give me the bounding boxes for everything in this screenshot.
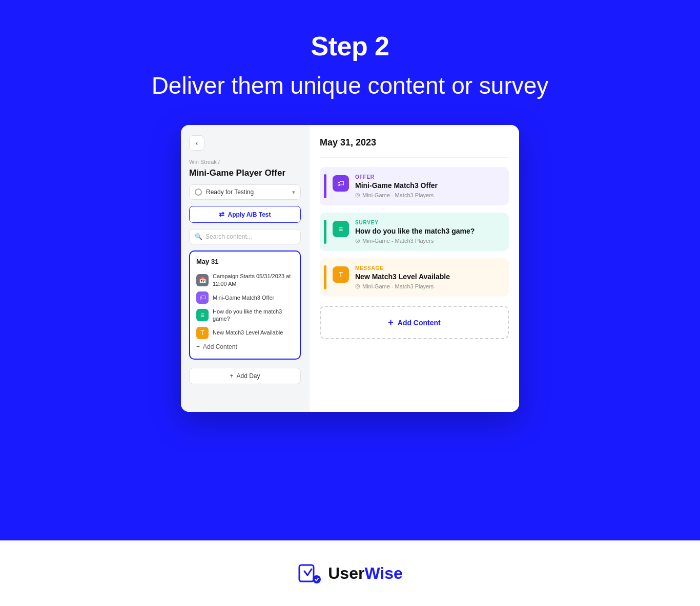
plus-icon: + xyxy=(388,317,394,328)
day-item-text: Mini-Game Match3 Offer xyxy=(213,294,274,301)
ab-icon: ⇄ xyxy=(219,211,224,218)
day-label: May 31 xyxy=(196,258,294,265)
list-item: T New Match3 Level Available xyxy=(196,325,294,341)
day-item-text: How do you like the match3 game? xyxy=(213,308,294,323)
survey-accent xyxy=(324,220,326,244)
left-panel: ‹ Win Streak / Mini-Game Player Offer Re… xyxy=(181,125,309,412)
plus-icon: + xyxy=(230,372,233,380)
list-item: 📅 Campaign Starts 05/31/2023 at 12:00 AM xyxy=(196,270,294,289)
status-dropdown[interactable]: Ready for Testing ▾ xyxy=(189,184,301,200)
offer-accent xyxy=(324,174,326,198)
plus-icon: + xyxy=(196,343,200,350)
survey-card[interactable]: ≡ SURVEY How do you like the match3 game… xyxy=(320,213,509,251)
offer-card-meta: ◎ Mini-Game - Match3 Players xyxy=(355,192,502,198)
message-type-label: MESSAGE xyxy=(355,265,502,271)
footer: UserWise xyxy=(0,540,700,606)
back-button[interactable]: ‹ xyxy=(189,135,204,151)
offer-card-title: Mini-Game Match3 Offer xyxy=(355,181,502,190)
search-placeholder: Search content... xyxy=(205,233,252,240)
survey-meta-text: Mini-Game - Match3 Players xyxy=(362,238,434,244)
divider xyxy=(320,157,509,158)
message-card-title: New Match3 Level Available xyxy=(355,273,502,281)
status-dot xyxy=(195,189,202,196)
logo-text-blue: Wise xyxy=(364,564,402,582)
calendar-icon: 📅 xyxy=(196,274,209,286)
survey-icon: ≡ xyxy=(196,309,209,321)
day-card: May 31 📅 Campaign Starts 05/31/2023 at 1… xyxy=(189,250,301,359)
message-icon: T xyxy=(196,327,209,339)
step-title: Step 2 xyxy=(311,31,389,61)
offer-meta-text: Mini-Game - Match3 Players xyxy=(362,192,434,198)
blue-background: Step 2 Deliver them unique content or su… xyxy=(0,0,700,463)
date-header: May 31, 2023 xyxy=(320,137,509,148)
survey-card-content: SURVEY How do you like the match3 game? … xyxy=(355,220,502,244)
message-meta-text: Mini-Game - Match3 Players xyxy=(362,283,434,289)
survey-card-title: How do you like the match3 game? xyxy=(355,227,502,235)
top-section: Step 2 Deliver them unique content or su… xyxy=(0,0,700,432)
offer-card[interactable]: 🏷 OFFER Mini-Game Match3 Offer ◎ Mini-Ga… xyxy=(320,167,509,205)
add-content-label: Add Content xyxy=(398,319,441,327)
svg-point-1 xyxy=(313,575,321,583)
add-day-label: Add Day xyxy=(236,372,260,380)
add-day-button[interactable]: + Add Day xyxy=(189,368,301,384)
step-subtitle: Deliver them unique content or survey xyxy=(152,72,549,99)
search-box[interactable]: 🔍 Search content... xyxy=(189,229,301,244)
meta-icon: ◎ xyxy=(355,283,360,289)
message-card-icon: T xyxy=(333,266,349,283)
add-content-left-label: Add Content xyxy=(203,343,237,350)
survey-card-icon: ≡ xyxy=(333,221,349,237)
day-item-text: New Match3 Level Available xyxy=(213,329,283,336)
ab-test-label: Apply A/B Test xyxy=(228,211,271,218)
day-item-text: Campaign Starts 05/31/2023 at 12:00 AM xyxy=(213,273,294,287)
search-icon: 🔍 xyxy=(195,233,202,240)
breadcrumb: Win Streak / xyxy=(189,159,301,165)
meta-icon: ◎ xyxy=(355,237,360,244)
offer-card-content: OFFER Mini-Game Match3 Offer ◎ Mini-Game… xyxy=(355,174,502,198)
ui-mockup: ‹ Win Streak / Mini-Game Player Offer Re… xyxy=(181,125,519,412)
message-card-content: MESSAGE New Match3 Level Available ◎ Min… xyxy=(355,265,502,289)
logo-text-black: User xyxy=(328,564,364,582)
list-item: 🏷 Mini-Game Match3 Offer xyxy=(196,289,294,306)
chevron-down-icon: ▾ xyxy=(292,189,295,196)
logo-icon xyxy=(297,561,322,586)
add-content-left-button[interactable]: + Add Content xyxy=(196,341,294,352)
offer-type-label: OFFER xyxy=(355,174,502,180)
message-accent xyxy=(324,265,326,289)
meta-icon: ◎ xyxy=(355,192,360,198)
status-text: Ready for Testing xyxy=(206,189,288,196)
ab-test-button[interactable]: ⇄ Apply A/B Test xyxy=(189,206,301,223)
campaign-title: Mini-Game Player Offer xyxy=(189,168,301,178)
survey-card-meta: ◎ Mini-Game - Match3 Players xyxy=(355,237,502,244)
message-card-meta: ◎ Mini-Game - Match3 Players xyxy=(355,283,502,289)
logo-text: UserWise xyxy=(328,564,403,583)
list-item: ≡ How do you like the match3 game? xyxy=(196,306,294,325)
logo: UserWise xyxy=(297,561,403,586)
message-card[interactable]: T MESSAGE New Match3 Level Available ◎ M… xyxy=(320,258,509,297)
survey-type-label: SURVEY xyxy=(355,220,502,225)
add-content-button[interactable]: + Add Content xyxy=(320,306,509,339)
right-panel: May 31, 2023 🏷 OFFER Mini-Game Match3 Of… xyxy=(309,125,519,412)
offer-icon: 🏷 xyxy=(196,291,209,304)
offer-card-icon: 🏷 xyxy=(333,175,349,192)
